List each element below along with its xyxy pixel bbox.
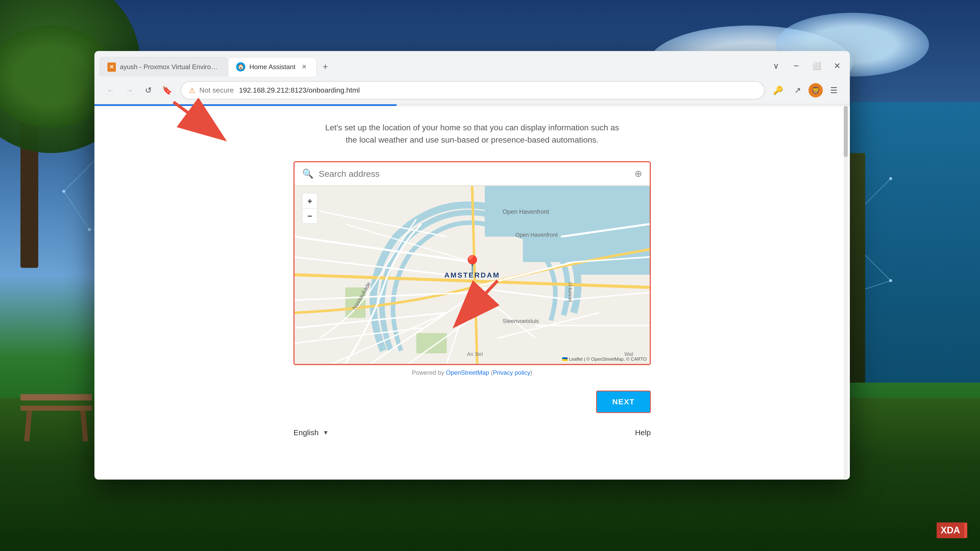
svg-text:Open Havenfront: Open Havenfront (503, 208, 549, 215)
svg-point-14 (889, 279, 892, 282)
svg-text:Steenvoetsluis: Steenvoetsluis (503, 318, 539, 324)
button-row: NEXT (293, 391, 651, 413)
search-bar: 🔍 ⊕ (294, 162, 650, 186)
maximize-button[interactable]: ⬜ (809, 58, 824, 73)
page-load-progress (94, 104, 396, 106)
tab-ha-label: Home Assistant (249, 63, 296, 71)
address-bar-container: ⚠ Not secure (181, 81, 765, 100)
powered-by-text: Powered by OpenStreetMap (Privacy policy… (408, 365, 536, 380)
ha-favicon: 🏠 (236, 62, 245, 71)
svg-text:IJ-tunnel: IJ-tunnel (568, 283, 573, 302)
security-icon: ⚠ (189, 86, 195, 95)
search-input[interactable] (319, 169, 629, 179)
forward-button[interactable]: → (121, 82, 138, 99)
bookmark-button[interactable]: 🔖 (159, 82, 176, 99)
city-label: AMSTERDAM (444, 271, 500, 279)
back-button[interactable]: ← (102, 82, 119, 99)
scrollbar[interactable] (844, 106, 848, 480)
map-pin: 📍 AMSTERDAM (444, 256, 500, 279)
location-crosshair-icon[interactable]: ⊕ (635, 168, 642, 179)
zoom-in-button[interactable]: + (302, 193, 318, 208)
search-icon: 🔍 (302, 168, 313, 179)
tab-close-button[interactable]: ✕ (300, 62, 309, 71)
language-selector[interactable]: English ▼ (293, 428, 329, 437)
new-tab-button[interactable]: + (318, 59, 333, 75)
password-manager-button[interactable]: 🔑 (770, 82, 787, 99)
zoom-out-button[interactable]: − (302, 208, 318, 224)
close-window-button[interactable]: ✕ (829, 58, 845, 73)
browser-toolbar: ← → ↺ 🔖 ⚠ Not secure 🔑 ↗ 🦁 ☰ (94, 76, 850, 104)
zoom-controls: + − (302, 193, 318, 224)
svg-text:An 3tel: An 3tel (467, 351, 483, 357)
svg-rect-21 (416, 333, 447, 354)
proxmox-favicon: ✕ (107, 62, 116, 72)
svg-text:Open Havenfront: Open Havenfront (515, 232, 558, 238)
language-dropdown-icon: ▼ (323, 429, 329, 436)
language-label: English (293, 428, 318, 437)
next-button[interactable]: NEXT (596, 391, 651, 413)
svg-text:Wat: Wat (625, 351, 633, 357)
tab-bar: ✕ ayush - Proxmox Virtual Environme... 🏠… (94, 51, 850, 76)
browser-window: ✕ ayush - Proxmox Virtual Environme... 🏠… (94, 51, 850, 480)
minimize-button[interactable]: − (789, 58, 804, 73)
nav-buttons: ← → ↺ 🔖 (102, 82, 176, 99)
lang-help-bar: English ▼ Help (293, 423, 651, 442)
brave-shield-button[interactable]: 🦁 (808, 83, 823, 97)
address-bar[interactable] (239, 86, 756, 94)
tab-proxmox[interactable]: ✕ ayush - Proxmox Virtual Environme... (100, 57, 227, 76)
help-link[interactable]: Help (635, 428, 651, 437)
map-area[interactable]: Open Havenfront Open Havenfront Steenvoe… (294, 186, 650, 364)
map-attribution: 🇺🇦 Leaflet | © OpenStreetMap, © CARTO (562, 356, 647, 362)
share-button[interactable]: ↗ (789, 82, 806, 99)
scrollbar-thumb[interactable] (844, 106, 848, 157)
xda-watermark: XDA (937, 522, 967, 538)
onboarding-description: Let's set up the location of your home s… (325, 121, 619, 146)
tab-ha[interactable]: 🏠 Home Assistant ✕ (228, 57, 317, 76)
tab-proxmox-label: ayush - Proxmox Virtual Environme... (120, 63, 219, 71)
openstreetmap-link[interactable]: OpenStreetMap (446, 369, 489, 376)
page-content: Let's set up the location of your home s… (94, 106, 850, 480)
svg-point-12 (889, 177, 892, 180)
privacy-policy-link[interactable]: Privacy policy (493, 369, 530, 376)
browser-chrome: ✕ ayush - Proxmox Virtual Environme... 🏠… (94, 51, 850, 106)
reload-button[interactable]: ↺ (140, 82, 157, 99)
bench (21, 394, 92, 411)
security-label: Not secure (199, 86, 234, 94)
tab-list-button[interactable]: ∨ (768, 58, 783, 73)
window-controls: ∨ − ⬜ ✕ (768, 58, 845, 76)
toolbar-right-icons: 🔑 ↗ 🦁 ☰ (770, 82, 842, 99)
map-container: 🔍 ⊕ (293, 161, 651, 365)
menu-button[interactable]: ☰ (825, 82, 842, 99)
